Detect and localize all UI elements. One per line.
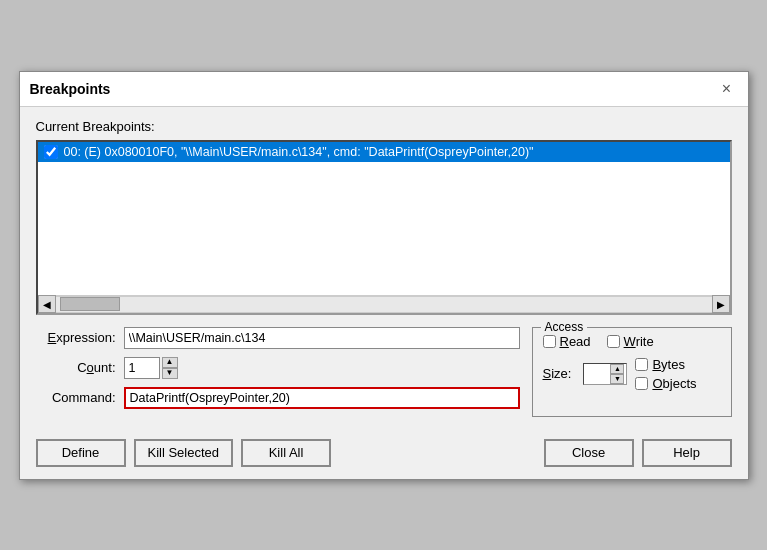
title-bar: Breakpoints × [20,72,748,107]
write-label: Write [624,334,654,349]
right-buttons: Close Help [544,439,732,467]
objects-option[interactable]: Objects [635,376,696,391]
kill-selected-button[interactable]: Kill Selected [134,439,234,467]
access-legend: Access [541,320,588,334]
count-input-group: ▲ ▼ [124,357,178,379]
close-label: Close [572,445,605,460]
access-checkboxes: Read Write [543,334,721,349]
count-label: Count: [36,360,116,375]
kill-selected-label: Kill Selected [148,445,220,460]
form-left: Expression: Count: ▲ ▼ [36,327,520,417]
objects-label: Objects [652,376,696,391]
size-options: Bytes Objects [635,357,696,391]
dialog-title: Breakpoints [30,81,111,97]
count-spinner: ▲ ▼ [162,357,178,379]
read-label: Read [560,334,591,349]
bytes-checkbox[interactable] [635,358,648,371]
horizontal-scrollbar[interactable]: ◀ ▶ [38,295,730,313]
size-down-btn[interactable]: ▼ [610,374,624,384]
access-box: Access Read Write Size: [532,327,732,417]
breakpoint-list-item[interactable]: 00: (E) 0x080010F0, "\\Main\USER/main.c\… [38,142,730,162]
scroll-left-btn[interactable]: ◀ [38,295,56,313]
scroll-thumb[interactable] [60,297,120,311]
button-bar: Define Kill Selected Kill All Close Help [20,429,748,479]
close-button[interactable]: Close [544,439,634,467]
expression-row: Expression: [36,327,520,349]
define-button[interactable]: Define [36,439,126,467]
help-button[interactable]: Help [642,439,732,467]
breakpoint-item-text: 00: (E) 0x080010F0, "\\Main\USER/main.c\… [64,145,534,159]
command-input[interactable] [124,387,520,409]
define-label: Define [62,445,100,460]
write-checkbox[interactable] [607,335,620,348]
bytes-label: Bytes [652,357,685,372]
count-row: Count: ▲ ▼ [36,357,520,379]
close-icon[interactable]: × [716,78,738,100]
breakpoint-checkbox[interactable] [44,145,58,159]
size-spinner: ▲ ▼ [610,364,624,384]
kill-all-button[interactable]: Kill All [241,439,331,467]
count-down-btn[interactable]: ▼ [162,368,178,379]
size-input-box[interactable]: ▲ ▼ [583,363,627,385]
size-up-btn[interactable]: ▲ [610,364,624,374]
command-label: Command: [36,390,116,405]
form-area: Expression: Count: ▲ ▼ [36,327,732,417]
left-buttons: Define Kill Selected Kill All [36,439,332,467]
kill-all-label: Kill All [269,445,304,460]
expression-label: Expression: [36,330,116,345]
objects-checkbox[interactable] [635,377,648,390]
count-up-btn[interactable]: ▲ [162,357,178,368]
help-label: Help [673,445,700,460]
read-check-label[interactable]: Read [543,334,591,349]
scroll-track[interactable] [56,296,712,313]
bytes-option[interactable]: Bytes [635,357,696,372]
size-row: Size: ▲ ▼ Bytes [543,357,721,391]
breakpoints-list[interactable]: 00: (E) 0x080010F0, "\\Main\USER/main.c\… [36,140,732,315]
dialog-body: Current Breakpoints: 00: (E) 0x080010F0,… [20,107,748,429]
size-label: Size: [543,366,572,381]
read-checkbox[interactable] [543,335,556,348]
command-row: Command: [36,387,520,409]
expression-input[interactable] [124,327,520,349]
count-input[interactable] [124,357,160,379]
write-check-label[interactable]: Write [607,334,654,349]
scroll-right-btn[interactable]: ▶ [712,295,730,313]
breakpoints-dialog: Breakpoints × Current Breakpoints: 00: (… [19,71,749,480]
current-breakpoints-label: Current Breakpoints: [36,119,732,134]
